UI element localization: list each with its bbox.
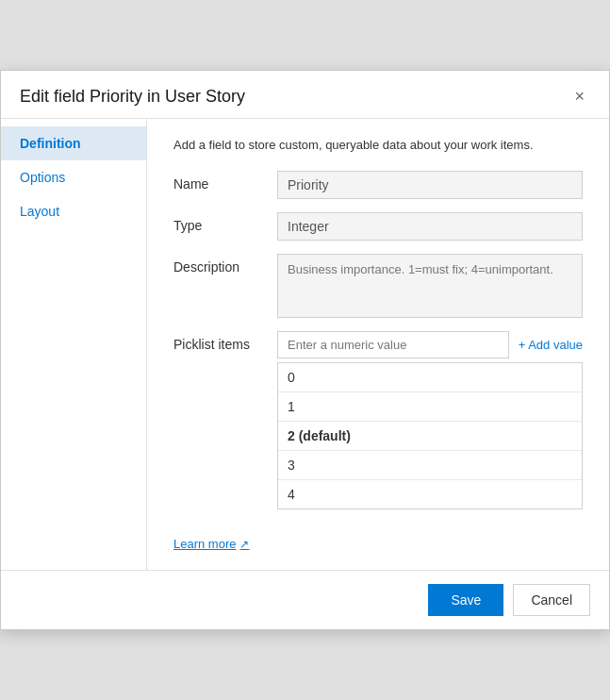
name-label: Name xyxy=(173,171,277,192)
close-button[interactable]: × xyxy=(569,86,590,107)
learn-more-link[interactable]: Learn more ↗ xyxy=(173,537,249,551)
add-value-button[interactable]: + Add value xyxy=(519,338,583,352)
type-label: Type xyxy=(173,212,277,233)
cancel-button[interactable]: Cancel xyxy=(513,584,590,616)
sidebar-item-layout[interactable]: Layout xyxy=(1,194,146,228)
type-input[interactable] xyxy=(277,212,583,241)
save-button[interactable]: Save xyxy=(428,584,503,616)
dialog-title: Edit field Priority in User Story xyxy=(20,87,245,107)
main-content: Add a field to store custom, queryable d… xyxy=(147,119,609,570)
picklist-values: 0 1 2 (default) 3 4 xyxy=(277,362,583,509)
content-description: Add a field to store custom, queryable d… xyxy=(173,138,583,152)
sidebar: Definition Options Layout xyxy=(1,119,147,570)
dialog-footer: Save Cancel xyxy=(1,570,609,629)
type-row: Type xyxy=(173,212,583,241)
picklist-label: Picklist items xyxy=(173,331,277,352)
picklist-right: + Add value 0 1 2 (default) 3 xyxy=(277,331,583,509)
dialog-body: Definition Options Layout Add a field to… xyxy=(1,119,609,570)
name-row: Name xyxy=(173,171,583,199)
picklist-value-3: 3 xyxy=(278,451,582,480)
picklist-section: Picklist items + Add value 0 1 xyxy=(173,331,583,509)
picklist-value-1: 1 xyxy=(278,392,582,422)
learn-more-row: Learn more ↗ xyxy=(173,517,583,551)
picklist-value-4: 4 xyxy=(278,480,582,508)
external-link-icon: ↗ xyxy=(239,538,249,551)
picklist-value-2-default: 2 (default) xyxy=(278,422,582,451)
picklist-value-0: 0 xyxy=(278,363,582,392)
picklist-input-row: + Add value xyxy=(277,331,583,358)
picklist-input[interactable] xyxy=(277,331,509,358)
name-input[interactable] xyxy=(277,171,583,199)
dialog: Edit field Priority in User Story × Defi… xyxy=(0,70,610,630)
dialog-header: Edit field Priority in User Story × xyxy=(1,71,609,119)
description-label: Description xyxy=(173,254,277,275)
description-row: Description xyxy=(173,254,583,318)
sidebar-item-options[interactable]: Options xyxy=(1,160,146,194)
description-textarea[interactable] xyxy=(277,254,583,318)
sidebar-item-definition[interactable]: Definition xyxy=(1,126,146,160)
